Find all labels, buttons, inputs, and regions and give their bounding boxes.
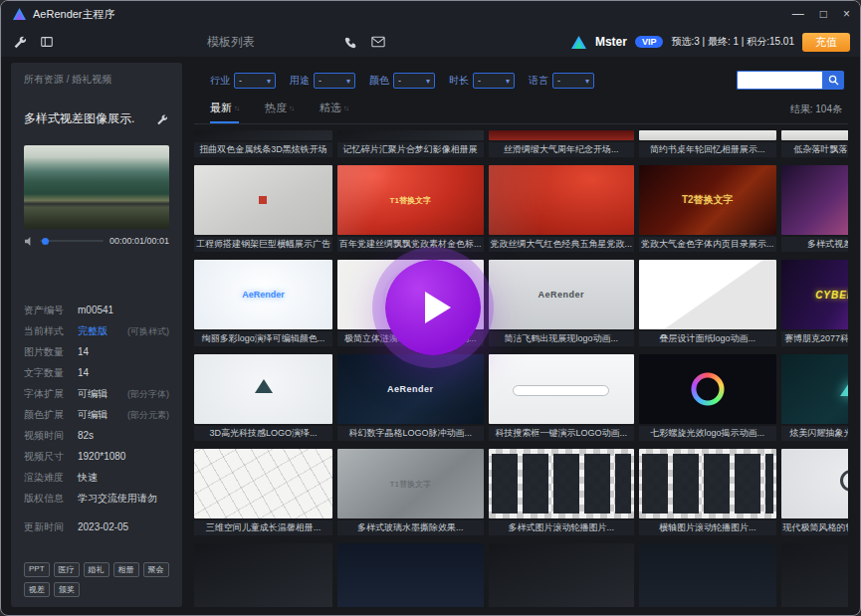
tag-chip[interactable]: 视差 [24, 582, 50, 597]
template-card[interactable] [781, 543, 848, 607]
template-thumbnail[interactable] [781, 449, 848, 518]
mail-icon[interactable] [370, 34, 386, 50]
maximize-button[interactable]: □ [820, 8, 827, 20]
tag-chip[interactable]: 相册 [113, 562, 139, 577]
panel-layout-icon[interactable] [39, 34, 55, 50]
template-thumbnail[interactable] [489, 449, 635, 518]
template-card[interactable]: 扭曲双色金属线条3D黑炫铁开场 [194, 130, 332, 157]
tools-icon[interactable] [11, 34, 27, 50]
tab-2[interactable]: 精选 ↑↓ [320, 101, 348, 123]
tab-0[interactable]: 最新 ↑↓ [210, 101, 239, 123]
template-thumbnail[interactable] [194, 354, 332, 424]
video-preview[interactable] [24, 145, 169, 229]
template-thumbnail[interactable] [781, 130, 848, 140]
tag-chip[interactable]: PPT [24, 562, 50, 577]
template-thumbnail[interactable]: AeRender [337, 354, 484, 424]
filter-group: 颜色 - ▾ [369, 73, 435, 89]
template-card[interactable]: 简约书桌年轮回忆相册展示... [639, 130, 776, 157]
template-card[interactable]: T1替换文字 百年党建丝绸飘飘党政素材金色标... [337, 165, 484, 252]
property-row: 版权信息 学习交流使用请勿 [24, 492, 169, 506]
template-card[interactable]: AeRender 绚丽多彩logo演绎可编辑颜色... [194, 260, 332, 346]
tag-chip[interactable]: 婚礼 [84, 562, 109, 577]
template-card[interactable]: 炫美闪耀抽象光带LOGO动画... [781, 354, 848, 441]
template-thumbnail[interactable]: CYBERPUNK [781, 260, 848, 329]
filter-select[interactable]: - ▾ [473, 73, 515, 89]
template-thumbnail[interactable]: AeRender [489, 260, 635, 329]
template-card[interactable]: 多样式视差图像展示... [781, 165, 848, 252]
template-thumbnail[interactable] [337, 130, 484, 140]
recharge-button[interactable]: 充值 [802, 33, 850, 52]
template-thumbnail[interactable] [489, 543, 635, 607]
edit-tools-icon[interactable] [153, 111, 169, 127]
template-card[interactable]: 低杂落叶飘落效果相册展示... [781, 130, 848, 157]
template-card[interactable]: 横轴图片滚动轮播图片... [639, 449, 776, 535]
template-thumbnail[interactable] [639, 449, 776, 518]
template-thumbnail[interactable] [781, 543, 848, 607]
template-thumbnail[interactable] [489, 130, 635, 140]
template-card[interactable]: 三维空间儿童成长温馨相册... [194, 449, 332, 535]
template-thumbnail[interactable] [194, 130, 332, 140]
filter-select[interactable]: - ▾ [552, 73, 594, 89]
progress-handle[interactable] [42, 238, 49, 245]
template-thumbnail[interactable] [337, 543, 484, 607]
template-thumbnail[interactable] [781, 354, 848, 424]
breadcrumb[interactable]: 所有资源 / 婚礼视频 [24, 73, 169, 87]
template-thumbnail[interactable] [194, 449, 332, 518]
template-thumbnail[interactable] [194, 543, 332, 607]
template-thumbnail[interactable] [489, 354, 635, 424]
template-card[interactable]: 多样式图片滚动轮播图片... [489, 449, 635, 535]
close-button[interactable]: × [843, 8, 850, 20]
template-thumbnail[interactable]: T2替换文字 [639, 165, 776, 235]
template-card[interactable]: 工程师搭建钢架巨型横幅展示广告 [194, 165, 332, 252]
play-button[interactable] [385, 260, 481, 355]
template-card[interactable]: AeRender 简洁飞鹤出现展现logo动画... [489, 260, 635, 346]
template-card[interactable]: T1替换文字 多样式玻璃水墨撕除效果... [337, 449, 484, 535]
template-thumbnail[interactable] [639, 354, 776, 424]
template-thumbnail[interactable]: T1替换文字 [337, 449, 484, 518]
template-thumbnail[interactable] [639, 260, 776, 329]
property-row: 视频时间 82s [24, 429, 169, 443]
filter-group: 用途 - ▾ [290, 73, 355, 89]
template-card[interactable]: 3D高光科技感LOGO演绎... [194, 354, 332, 441]
frames-glyph [492, 454, 632, 513]
search-input[interactable] [737, 71, 822, 90]
tag-chip[interactable]: 颁奖 [54, 582, 80, 597]
template-thumbnail[interactable] [639, 543, 776, 607]
template-card[interactable] [194, 543, 332, 607]
phone-icon[interactable] [342, 34, 358, 50]
template-card[interactable]: 科技搜索框一键演示LOGO动画... [489, 354, 635, 441]
template-card[interactable]: CYBERPUNK 赛博朋克2077科幻风LOGO动画... [781, 260, 848, 346]
template-card[interactable] [639, 543, 776, 607]
template-card[interactable]: 记忆碎片汇聚片合梦幻影像相册展 [337, 130, 484, 157]
thumbnail-text: T2替换文字 [639, 165, 776, 235]
template-card[interactable] [337, 543, 484, 607]
tri-dark-glyph [255, 379, 273, 393]
vip-badge[interactable]: VIP [635, 36, 664, 48]
filter-select[interactable]: - ▾ [393, 73, 435, 89]
template-thumbnail[interactable]: T1替换文字 [337, 165, 484, 235]
progress-bar[interactable] [40, 240, 104, 242]
spiral-glyph [690, 371, 726, 407]
template-card[interactable]: 丝滑绸缎大气周年纪念开场... [489, 130, 635, 157]
template-card[interactable] [489, 543, 635, 607]
template-card[interactable]: AeRender 科幻数字晶格LOGO脉冲动画... [337, 354, 484, 441]
template-card[interactable]: 七彩螺旋光效logo揭示动画... [639, 354, 776, 441]
filter-select[interactable]: - ▾ [314, 73, 355, 89]
template-card[interactable]: 叠层设计面纸logo动画... [639, 260, 776, 346]
template-thumbnail[interactable] [194, 165, 332, 235]
property-value[interactable]: 完整版 [78, 324, 108, 338]
template-card[interactable]: 党政丝绸大气红色经典五角星党政... [489, 165, 635, 252]
template-thumbnail[interactable]: AeRender [194, 260, 332, 329]
filter-select[interactable]: - ▾ [234, 73, 276, 89]
template-thumbnail[interactable] [639, 130, 776, 140]
tag-chip[interactable]: 聚会 [143, 562, 169, 577]
minimize-button[interactable]: — [792, 8, 804, 20]
template-thumbnail[interactable] [489, 165, 635, 235]
speaker-icon[interactable] [24, 236, 34, 246]
search-button[interactable] [822, 71, 844, 90]
template-thumbnail[interactable] [781, 165, 848, 235]
template-card[interactable]: 现代极简风格的轮廓勾勒后3D标志 [781, 449, 848, 535]
tab-1[interactable]: 热度 ↑↓ [265, 101, 294, 123]
template-card[interactable]: T2替换文字 党政大气金色字体内页目录展示... [639, 165, 776, 252]
tag-chip[interactable]: 医疗 [54, 562, 80, 577]
